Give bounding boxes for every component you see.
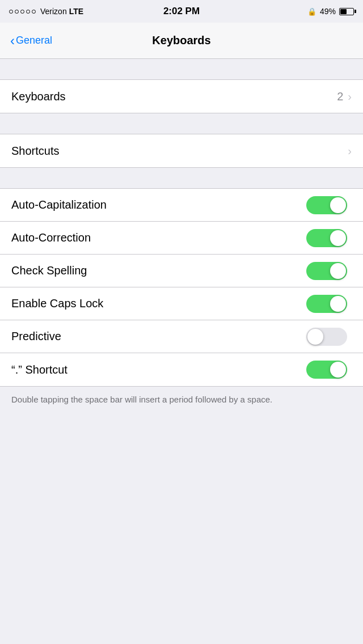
toggle-track-4 xyxy=(306,328,347,346)
toggle-label-3: Enable Caps Lock xyxy=(11,297,103,310)
signal-dot-5 xyxy=(32,10,36,14)
toggle-label-2: Check Spelling xyxy=(11,264,87,277)
nav-bar: ‹ General Keyboards xyxy=(0,23,363,59)
toggle-label-5: “.” Shortcut xyxy=(11,363,67,376)
toggle-row-1[interactable]: Auto-Correction xyxy=(0,222,363,255)
back-chevron-icon: ‹ xyxy=(10,34,15,48)
network-type-label: LTE xyxy=(69,7,83,16)
toggle-label-4: Predictive xyxy=(11,330,61,343)
toggle-label-0: Auto-Capitalization xyxy=(11,198,107,211)
lock-icon: 🔒 xyxy=(307,7,316,16)
toggle-thumb-1 xyxy=(330,230,346,246)
status-bar: Verizon LTE 2:02 PM 🔒 49% xyxy=(0,0,363,23)
toggle-thumb-2 xyxy=(330,263,346,279)
signal-dots xyxy=(9,10,36,14)
toggle-switch-2[interactable] xyxy=(306,257,352,285)
toggle-switch-5[interactable] xyxy=(306,356,352,383)
toggle-switch-3[interactable] xyxy=(306,290,352,317)
back-button[interactable]: ‹ General xyxy=(6,29,57,52)
shortcuts-row[interactable]: Shortcuts › xyxy=(0,134,363,167)
signal-dot-1 xyxy=(9,10,13,14)
shortcuts-row-right: › xyxy=(348,145,352,158)
keyboards-row-right: 2 › xyxy=(337,90,352,103)
battery-fill xyxy=(340,9,347,14)
back-button-label: General xyxy=(16,35,52,46)
toggle-switch-1[interactable] xyxy=(306,224,352,252)
carrier-label: Verizon xyxy=(40,7,67,16)
status-left: Verizon LTE xyxy=(9,7,83,16)
signal-dot-2 xyxy=(15,10,19,14)
toggle-thumb-3 xyxy=(330,296,346,312)
toggle-thumb-0 xyxy=(330,197,346,213)
keyboards-count: 2 xyxy=(337,90,343,103)
shortcuts-label: Shortcuts xyxy=(11,145,59,158)
toggle-switch-0[interactable] xyxy=(306,192,352,219)
toggle-label-1: Auto-Correction xyxy=(11,231,91,244)
section-gap-1 xyxy=(0,59,363,79)
toggle-track-2 xyxy=(306,262,347,280)
battery-icon xyxy=(339,8,354,15)
toggle-row-3[interactable]: Enable Caps Lock xyxy=(0,287,363,320)
signal-dot-4 xyxy=(26,10,30,14)
footer-note: Double tapping the space bar will insert… xyxy=(0,387,363,412)
page-title: Keyboards xyxy=(152,34,210,47)
status-time: 2:02 PM xyxy=(163,6,200,17)
toggle-thumb-5 xyxy=(330,362,346,378)
toggle-row-5[interactable]: “.” Shortcut xyxy=(0,353,363,386)
toggle-track-1 xyxy=(306,229,347,247)
toggle-track-3 xyxy=(306,295,347,313)
toggle-row-0[interactable]: Auto-Capitalization xyxy=(0,189,363,222)
toggle-track-5 xyxy=(306,361,347,379)
toggle-switch-4[interactable] xyxy=(306,323,352,350)
signal-dot-3 xyxy=(20,10,24,14)
shortcuts-chevron-icon: › xyxy=(348,145,352,158)
keyboards-chevron-icon: › xyxy=(348,90,352,103)
keyboards-group: Keyboards 2 › xyxy=(0,79,363,113)
toggle-track-0 xyxy=(306,196,347,214)
toggle-row-4[interactable]: Predictive xyxy=(0,320,363,353)
keyboards-label: Keyboards xyxy=(11,90,66,103)
section-gap-3 xyxy=(0,168,363,188)
status-right: 🔒 49% xyxy=(307,7,354,16)
battery-percent: 49% xyxy=(320,7,336,16)
section-gap-2 xyxy=(0,113,363,134)
toggle-row-2[interactable]: Check Spelling xyxy=(0,255,363,287)
toggle-thumb-4 xyxy=(307,329,323,345)
toggles-group: Auto-CapitalizationAuto-CorrectionCheck … xyxy=(0,188,363,387)
shortcuts-group: Shortcuts › xyxy=(0,134,363,168)
keyboards-row[interactable]: Keyboards 2 › xyxy=(0,80,363,113)
